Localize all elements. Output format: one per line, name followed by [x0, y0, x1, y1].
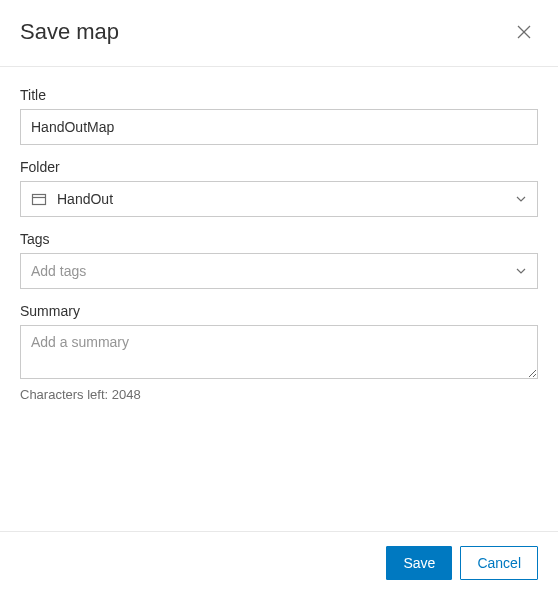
- summary-textarea[interactable]: [20, 325, 538, 379]
- cancel-button[interactable]: Cancel: [460, 546, 538, 580]
- dialog-body: Title Folder HandOut Tags Add tags Summa…: [0, 67, 558, 531]
- folder-field: Folder HandOut: [20, 159, 538, 217]
- title-input[interactable]: [20, 109, 538, 145]
- folder-label: Folder: [20, 159, 538, 175]
- dialog-footer: Save Cancel: [0, 531, 558, 594]
- tags-field: Tags Add tags: [20, 231, 538, 289]
- summary-char-count: Characters left: 2048: [20, 387, 538, 402]
- dialog-header: Save map: [0, 0, 558, 67]
- summary-label: Summary: [20, 303, 538, 319]
- close-button[interactable]: [510, 18, 538, 46]
- folder-value: HandOut: [57, 191, 505, 207]
- close-icon: [516, 24, 532, 40]
- tags-placeholder: Add tags: [31, 263, 505, 279]
- dialog-title: Save map: [20, 19, 119, 45]
- title-label: Title: [20, 87, 538, 103]
- chevron-down-icon: [515, 265, 527, 277]
- folder-icon: [31, 191, 47, 207]
- title-field: Title: [20, 87, 538, 145]
- chevron-down-icon: [515, 193, 527, 205]
- folder-select[interactable]: HandOut: [20, 181, 538, 217]
- save-button[interactable]: Save: [386, 546, 452, 580]
- tags-label: Tags: [20, 231, 538, 247]
- tags-select[interactable]: Add tags: [20, 253, 538, 289]
- summary-field: Summary Characters left: 2048: [20, 303, 538, 402]
- svg-rect-2: [33, 195, 46, 205]
